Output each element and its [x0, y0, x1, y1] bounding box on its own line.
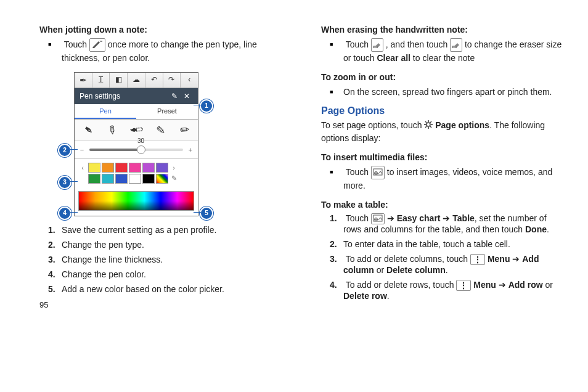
- text: Change the pen color.: [62, 269, 146, 279]
- table-step: 3. To add or delete columns, touch ⋮ Men…: [343, 254, 563, 275]
- insert-bullet: Touch to insert images, videos, voice me…: [343, 166, 563, 192]
- text: Touch: [346, 213, 371, 223]
- slider-track[interactable]: 30: [89, 149, 183, 151]
- text: .: [547, 224, 549, 234]
- pen-type-pencil-icon[interactable]: ✎: [104, 121, 120, 137]
- left-column: When jotting down a note: Touch once mor…: [25, 18, 282, 309]
- panel-titlebar: Pen settings ✎ ✕: [75, 88, 198, 104]
- swatch[interactable]: [156, 163, 168, 173]
- text: To add or delete rows, touch: [346, 280, 457, 290]
- easy-chart-label: Easy chart: [397, 213, 441, 223]
- delete-row-label: Delete row: [343, 291, 387, 301]
- jotting-bullet: Touch once more to change the pen type, …: [62, 38, 282, 65]
- color-swatches: ‹ › ‹ ✎: [75, 159, 198, 189]
- close-icon[interactable]: ✕: [181, 92, 193, 100]
- toolbar-eraser-icon[interactable]: ◧: [110, 73, 128, 88]
- svg-line-10: [430, 121, 431, 123]
- eyedropper-icon[interactable]: ✎: [169, 174, 178, 182]
- toolbar-collapse-icon[interactable]: ‹: [181, 73, 198, 88]
- pen-type-fountain-icon[interactable]: ✒: [81, 121, 97, 137]
- legend-item: 2.Change the pen type.: [62, 240, 282, 250]
- slider-plus-icon[interactable]: +: [187, 146, 194, 153]
- swatch[interactable]: [88, 163, 100, 173]
- zoom-list: On the screen, spread two fingers apart …: [306, 86, 563, 98]
- done-label: Done: [525, 224, 547, 234]
- text: or: [374, 265, 386, 275]
- slider-thumb[interactable]: [137, 145, 145, 154]
- pen-type-marker-icon[interactable]: ✏: [152, 121, 168, 137]
- legend-item: 5.Add a new color based on the color pic…: [62, 284, 282, 294]
- arrow: ➔: [441, 213, 453, 223]
- insert-media-icon: [371, 166, 385, 179]
- swatch[interactable]: [102, 174, 114, 184]
- swatch-next-icon[interactable]: ›: [169, 164, 178, 171]
- erase-list: Touch , and then touch to change the era…: [306, 38, 563, 65]
- callout-1: 1: [200, 99, 213, 113]
- tab-pen[interactable]: Pen: [75, 104, 136, 119]
- heading-jotting: When jotting down a note:: [39, 25, 282, 35]
- eraser-icon: [450, 38, 462, 52]
- text: To set page options, touch: [321, 120, 424, 130]
- eraser-icon: [371, 38, 383, 52]
- swatch[interactable]: [115, 163, 128, 173]
- section-page-options: Page Options: [321, 105, 563, 116]
- menu-label: Menu: [473, 280, 496, 290]
- table-step: 4. To add or delete rows, touch ⋮ Menu ➔…: [343, 280, 563, 301]
- swatch[interactable]: [129, 163, 141, 173]
- swatch[interactable]: [142, 163, 155, 173]
- page-options-label: Page options: [435, 120, 489, 130]
- gear-icon: [424, 120, 433, 132]
- swatch-rainbow[interactable]: [156, 174, 168, 184]
- insert-media-icon: [371, 213, 385, 224]
- clear-all-label: Clear all: [377, 53, 410, 63]
- slider-minus-icon[interactable]: −: [78, 146, 86, 153]
- pen-type-brush-icon[interactable]: 🖌: [128, 121, 145, 139]
- panel-top-toolbar: ✒ T ◧ ☁ ↶ ↷ ‹: [75, 73, 198, 88]
- menu-icon: ⋮: [456, 280, 471, 291]
- swatch[interactable]: [88, 174, 100, 184]
- slider-value: 30: [137, 137, 144, 144]
- tab-preset[interactable]: Preset: [136, 104, 198, 119]
- page-number: 95: [39, 300, 282, 309]
- table-step: 1. Touch ➔ Easy chart ➔ Table, set the n…: [343, 213, 563, 234]
- toolbar-undo-icon[interactable]: ↶: [145, 73, 163, 88]
- callout-2: 2: [58, 144, 71, 157]
- save-profile-icon[interactable]: ✎: [168, 92, 181, 100]
- erase-bullet: Touch , and then touch to change the era…: [343, 38, 563, 65]
- heading-zoom: To zoom in or out:: [321, 72, 563, 82]
- pen-type-highlighter-icon[interactable]: ✐: [176, 121, 192, 137]
- swatch[interactable]: [102, 163, 114, 173]
- panel-tabs: Pen Preset: [75, 104, 198, 120]
- swatch[interactable]: [115, 174, 128, 184]
- toolbar-pen-icon[interactable]: ✒: [75, 73, 92, 88]
- zoom-bullet: On the screen, spread two fingers apart …: [343, 86, 563, 98]
- legend-item: 3.Change the line thickness.: [62, 255, 282, 264]
- heading-insert-multimedia: To insert multimedia files:: [321, 152, 563, 162]
- swatch[interactable]: [142, 174, 155, 184]
- swatch-prev-icon[interactable]: ‹: [78, 164, 87, 171]
- toolbar-redo-icon[interactable]: ↷: [163, 73, 181, 88]
- table-step: 2.To enter data in the table, touch a ta…: [343, 239, 563, 249]
- svg-rect-0: [374, 46, 377, 48]
- color-picker-gradient[interactable]: [78, 191, 194, 211]
- pen-settings-figure: ✒ T ◧ ☁ ↶ ↷ ‹ Pen settings ✎ ✕ Pen Prese…: [62, 72, 210, 216]
- text: Touch: [346, 167, 371, 177]
- table-steps-list: 1. Touch ➔ Easy chart ➔ Table, set the n…: [306, 213, 563, 301]
- swatch[interactable]: [129, 174, 141, 184]
- toolbar-text-icon[interactable]: T: [92, 73, 110, 88]
- callout-3: 3: [58, 176, 71, 189]
- svg-line-7: [425, 121, 427, 123]
- text: ➔: [387, 213, 397, 223]
- heading-erasing: When erasing the handwritten note:: [321, 25, 563, 35]
- toolbar-cloud-icon[interactable]: ☁: [128, 73, 145, 88]
- heading-make-table: To make a table:: [321, 200, 563, 210]
- delete-column-label: Delete column: [386, 265, 446, 275]
- panel-title: Pen settings: [80, 92, 168, 100]
- pen-type-row: ✒ ✎ 🖌 ✏ ✐: [75, 120, 198, 141]
- jotting-bullet-list: Touch once more to change the pen type, …: [25, 38, 282, 65]
- right-column: When erasing the handwritten note: Touch…: [306, 18, 563, 309]
- text: , and then touch: [386, 39, 450, 49]
- text: Add a new color based on the color picke…: [62, 284, 224, 294]
- page-options-para: To set page options, touch Page options.…: [321, 119, 563, 145]
- thickness-slider[interactable]: − 30 +: [75, 141, 198, 159]
